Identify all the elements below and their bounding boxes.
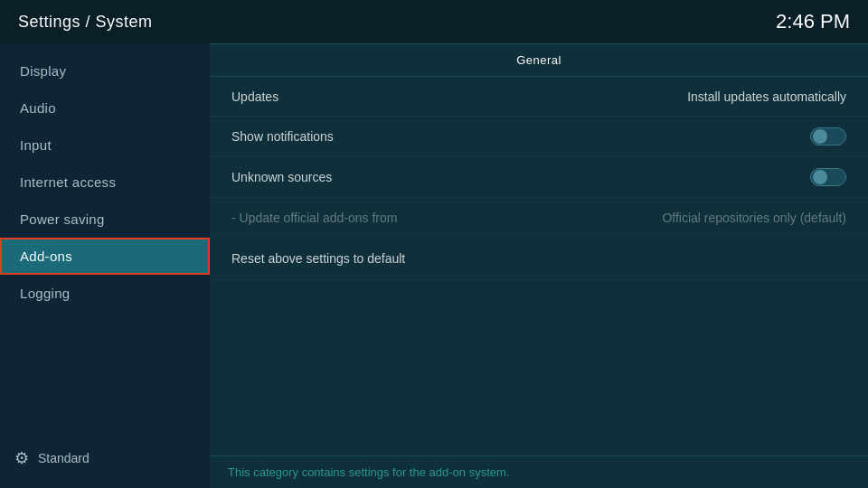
sidebar-item-power-saving[interactable]: Power saving xyxy=(0,201,210,238)
sidebar-item-input[interactable]: Input xyxy=(0,127,210,164)
sidebar-item-add-ons[interactable]: Add-ons xyxy=(0,238,210,275)
sidebar: Display Audio Input Internet access Powe… xyxy=(0,43,210,488)
footer-text: This category contains settings for the … xyxy=(228,465,509,479)
header: Settings / System 2:46 PM xyxy=(0,0,868,43)
update-from-value: Official repositories only (default) xyxy=(662,211,846,225)
toggle-knob-2 xyxy=(813,170,827,184)
toggle-knob xyxy=(813,129,827,144)
clock: 2:46 PM xyxy=(776,10,850,33)
updates-value: Install updates automatically xyxy=(687,89,846,104)
setting-row-update-from: - Update official add-ons from Official … xyxy=(210,198,868,238)
page-title: Settings / System xyxy=(18,13,153,32)
content-area: General Updates Install updates automati… xyxy=(210,43,868,488)
main-layout: Display Audio Input Internet access Powe… xyxy=(0,43,868,488)
sidebar-item-logging[interactable]: Logging xyxy=(0,275,210,312)
level-label: Standard xyxy=(38,451,90,465)
gear-icon: ⚙ xyxy=(14,448,29,468)
updates-label: Updates xyxy=(231,89,278,104)
sidebar-item-display[interactable]: Display xyxy=(0,52,210,89)
sidebar-item-audio[interactable]: Audio xyxy=(0,89,210,127)
setting-row-show-notifications[interactable]: Show notifications xyxy=(210,117,868,157)
section-header-general: General xyxy=(210,44,868,77)
sidebar-item-internet-access[interactable]: Internet access xyxy=(0,164,210,201)
setting-row-unknown-sources[interactable]: Unknown sources xyxy=(210,157,868,198)
sidebar-footer: ⚙ Standard xyxy=(0,437,210,479)
reset-row[interactable]: Reset above settings to default xyxy=(210,238,868,280)
settings-list: General Updates Install updates automati… xyxy=(210,44,868,455)
unknown-sources-toggle[interactable] xyxy=(810,168,846,186)
show-notifications-toggle[interactable] xyxy=(810,127,846,145)
update-from-label: - Update official add-ons from xyxy=(231,211,397,225)
reset-label[interactable]: Reset above settings to default xyxy=(231,251,405,266)
show-notifications-label: Show notifications xyxy=(231,129,334,144)
content-footer: This category contains settings for the … xyxy=(210,455,868,488)
unknown-sources-label: Unknown sources xyxy=(231,170,332,184)
setting-row-updates[interactable]: Updates Install updates automatically xyxy=(210,77,868,117)
